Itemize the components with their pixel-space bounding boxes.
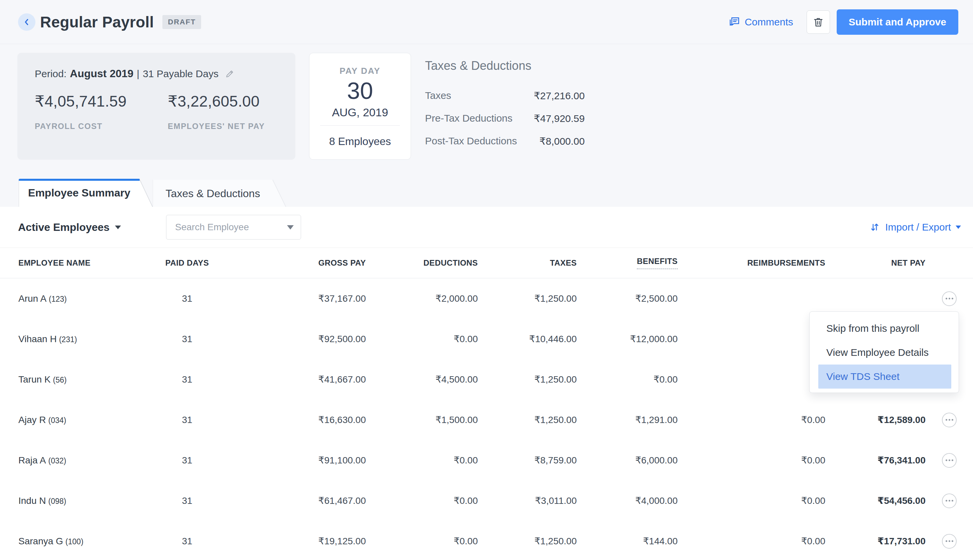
reimbursements-cell: ₹0.00 (678, 536, 825, 547)
delete-button[interactable] (806, 10, 830, 34)
pretax-row: Pre-Tax Deductions ₹47,920.59 (425, 109, 585, 128)
tab-employee-summary[interactable]: Employee Summary (19, 179, 153, 207)
reimbursements-cell: ₹0.00 (678, 455, 825, 466)
edit-pencil-icon[interactable] (225, 69, 235, 79)
payroll-cost-amount: ₹4,05,741.59 (35, 92, 127, 110)
col-paid-days: PAID DAYS (159, 258, 215, 268)
net-pay-label: EMPLOYEES' NET PAY (168, 122, 265, 131)
row-more-actions-button[interactable] (942, 493, 956, 508)
col-employee-name: EMPLOYEE NAME (0, 258, 159, 268)
comments-button[interactable]: Comments (728, 16, 793, 28)
menu-item-view-employee-details[interactable]: View Employee Details (818, 340, 951, 365)
import-export-button[interactable]: Import / Export (869, 207, 961, 248)
gross-pay-cell: ₹16,630.00 (215, 414, 366, 425)
row-actions-cell (926, 534, 973, 548)
paid-days-cell: 31 (159, 415, 215, 425)
paid-days-cell: 31 (159, 536, 215, 547)
submit-and-approve-button[interactable]: Submit and Approve (837, 9, 958, 35)
period-value: August 2019 (70, 67, 133, 80)
row-more-actions-button[interactable] (942, 534, 956, 548)
payday-month-year: AUG, 2019 (310, 106, 411, 119)
taxes-cell: ₹10,446.00 (478, 333, 577, 345)
employee-filter-label: Active Employees (18, 221, 110, 233)
deductions-cell: ₹4,500.00 (366, 374, 478, 385)
net-pay-cell: ₹17,731.00 (825, 536, 926, 547)
employee-name-cell: Raja A(032) (0, 455, 159, 466)
taxes-deductions-summary: Taxes & Deductions Taxes ₹27,216.00 Pre-… (425, 59, 585, 154)
row-more-actions-button[interactable] (942, 453, 956, 468)
gross-pay-cell: ₹41,667.00 (215, 374, 366, 385)
row-context-menu: Skip from this payroll View Employee Det… (809, 312, 959, 393)
ellipsis-icon (946, 460, 947, 461)
table-row: Saranya G(100) 31 ₹19,125.00 ₹0.00 ₹1,25… (0, 521, 973, 560)
paid-days-cell: 31 (159, 495, 215, 506)
row-more-actions-button[interactable] (942, 413, 956, 427)
table-row: Indu N(098) 31 ₹61,467.00 ₹0.00 ₹3,011.0… (0, 480, 973, 521)
employee-search (166, 215, 301, 240)
table-row: Ajay R(034) 31 ₹16,630.00 ₹1,500.00 ₹1,2… (0, 400, 973, 440)
taxes-value: ₹27,216.00 (534, 90, 585, 102)
reimbursements-cell: ₹0.00 (678, 495, 825, 506)
employee-name-cell: Ajay R(034) (0, 415, 159, 425)
payday-divider (320, 125, 400, 126)
col-reimbursements: REIMBURSEMENTS (678, 258, 825, 268)
deductions-cell: ₹0.00 (366, 495, 478, 506)
row-actions-cell (926, 453, 973, 468)
posttax-value: ₹8,000.00 (539, 135, 585, 147)
employee-count: 8 Employees (310, 135, 411, 148)
menu-item-view-tds-sheet[interactable]: View TDS Sheet (818, 365, 951, 388)
page-header: Regular Payroll DRAFT Comments Submit an… (0, 0, 973, 44)
status-badge: DRAFT (162, 15, 201, 29)
tab-taxes-deductions[interactable]: Taxes & Deductions (153, 180, 287, 207)
gross-pay-cell: ₹37,167.00 (215, 293, 366, 304)
deductions-cell: ₹1,500.00 (366, 414, 478, 425)
payday-label: PAY DAY (310, 66, 411, 76)
taxes-row: Taxes ₹27,216.00 (425, 86, 585, 105)
employee-name-cell: Tarun K(56) (0, 374, 159, 385)
col-deductions: DEDUCTIONS (366, 258, 478, 268)
comments-label: Comments (745, 17, 793, 28)
posttax-label: Post-Tax Deductions (425, 135, 517, 147)
benefits-cell: ₹12,000.00 (577, 333, 678, 345)
col-benefits: BENEFITS (577, 257, 678, 269)
page-title: Regular Payroll (40, 13, 154, 31)
menu-item-skip-payroll[interactable]: Skip from this payroll (818, 317, 951, 340)
tab-employee-summary-label: Employee Summary (19, 179, 153, 207)
taxes-cell: ₹8,759.00 (478, 455, 577, 466)
period-label: Period: (35, 68, 67, 80)
back-button[interactable] (18, 13, 35, 31)
col-net-pay: NET PAY (825, 258, 926, 268)
period-card: Period: August 2019 | 31 Payable Days ₹4… (17, 53, 295, 160)
row-more-actions-button[interactable] (942, 292, 956, 306)
taxes-deductions-title: Taxes & Deductions (425, 59, 585, 73)
ellipsis-icon (946, 540, 947, 542)
row-actions-cell (926, 413, 973, 427)
deductions-cell: ₹0.00 (366, 455, 478, 466)
employee-name-cell: Arun A(123) (0, 293, 159, 304)
table-toolbar: Active Employees Import / Export (0, 207, 973, 248)
benefits-cell: ₹6,000.00 (577, 455, 678, 466)
chevron-down-icon (956, 225, 961, 229)
search-input[interactable] (166, 215, 301, 240)
header-actions: Comments Submit and Approve (728, 9, 958, 35)
taxes-label: Taxes (425, 90, 451, 101)
reimbursements-cell: ₹0.00 (678, 414, 825, 425)
tab-taxes-deductions-label: Taxes & Deductions (153, 180, 287, 207)
taxes-cell: ₹1,250.00 (478, 293, 577, 304)
payday-card: PAY DAY 30 AUG, 2019 8 Employees (309, 53, 411, 160)
import-export-label: Import / Export (885, 222, 951, 233)
comments-icon (728, 16, 741, 28)
import-export-icon (869, 222, 880, 233)
employee-name-cell: Indu N(098) (0, 495, 159, 506)
gross-pay-cell: ₹61,467.00 (215, 495, 366, 506)
chevron-left-icon (22, 18, 31, 27)
employee-filter-dropdown[interactable]: Active Employees (18, 207, 121, 248)
taxes-cell: ₹1,250.00 (478, 374, 577, 385)
taxes-cell: ₹3,011.00 (478, 495, 577, 506)
posttax-row: Post-Tax Deductions ₹8,000.00 (425, 132, 585, 150)
trash-icon (813, 17, 824, 28)
paid-days-cell: 31 (159, 374, 215, 385)
paid-days-cell: 31 (159, 293, 215, 304)
employee-name-cell: Vihaan H(231) (0, 334, 159, 345)
period-line: Period: August 2019 | 31 Payable Days (35, 67, 235, 80)
